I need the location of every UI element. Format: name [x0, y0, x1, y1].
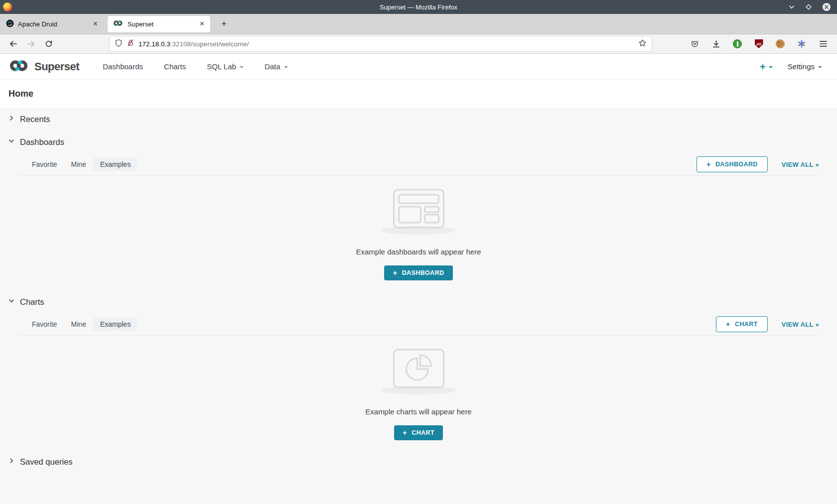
tab-mine[interactable]: Mine — [64, 158, 93, 171]
tab-close-icon[interactable]: × — [199, 20, 205, 28]
url-path: :32108/superset/welcome/ — [170, 40, 249, 48]
plus-icon: + — [403, 430, 407, 436]
window-title: Superset — Mozilla Firefox — [0, 3, 837, 11]
section-label: Recents — [20, 115, 50, 124]
section-label: Dashboards — [20, 137, 64, 147]
new-tab-button[interactable]: + — [217, 17, 231, 30]
section-saved-queries[interactable]: Saved queries — [0, 450, 837, 473]
druid-favicon-icon — [6, 19, 14, 29]
button-label: CHART — [735, 321, 758, 328]
button-label: DASHBOARD — [715, 161, 758, 168]
nav-item-data[interactable]: Data — [254, 62, 298, 71]
maximize-icon[interactable] — [805, 3, 812, 10]
plus-icon: + — [726, 321, 730, 327]
superset-brand[interactable]: Superset — [8, 59, 79, 74]
cookie-extension-icon[interactable] — [773, 37, 787, 51]
nav-item-dashboards[interactable]: Dashboards — [92, 62, 153, 71]
multi-account-containers-icon[interactable] — [795, 37, 809, 51]
pocket-icon[interactable] — [688, 37, 701, 51]
minimize-icon[interactable] — [788, 3, 795, 10]
browser-toolbar: 172.18.0.3:32108/superset/welcome/ uO — [0, 34, 837, 54]
view-all-dashboards-link[interactable]: VIEW ALL » — [782, 161, 819, 168]
page-title: Home — [8, 89, 829, 99]
tracking-protection-shield-icon[interactable] — [115, 39, 123, 49]
tab-label: Apache Druid — [18, 20, 88, 28]
section-recents[interactable]: Recents — [0, 108, 837, 130]
view-all-charts-link[interactable]: VIEW ALL » — [782, 321, 819, 328]
downloads-icon[interactable] — [709, 37, 723, 51]
charts-subheader: Favorite Mine Examples + CHART VIEW ALL … — [0, 313, 837, 335]
create-chart-button[interactable]: + CHART — [394, 425, 443, 440]
empty-chart-icon — [393, 349, 445, 390]
tab-favorite[interactable]: Favorite — [25, 158, 64, 171]
tab-examples[interactable]: Examples — [93, 318, 138, 331]
chevron-down-icon — [240, 66, 244, 68]
button-label: DASHBOARD — [402, 269, 444, 276]
nav-label: Charts — [164, 62, 186, 71]
tab-mine[interactable]: Mine — [64, 318, 93, 331]
tab-examples[interactable]: Examples — [93, 158, 138, 171]
tab-close-icon[interactable]: × — [92, 20, 99, 28]
charts-filter-tabs: Favorite Mine Examples — [25, 318, 138, 331]
chevron-down-icon — [7, 297, 15, 307]
welcome-page: Home Recents Dashboards Favorite Mine Ex… — [0, 80, 837, 473]
superset-logo-icon — [8, 59, 30, 74]
tab-label: Superset — [128, 20, 195, 28]
forward-icon[interactable] — [24, 37, 38, 51]
section-charts[interactable]: Charts — [0, 290, 837, 313]
nav-label: Dashboards — [103, 62, 143, 71]
page-header: Home — [0, 80, 837, 108]
section-dashboards[interactable]: Dashboards — [0, 130, 837, 153]
chevron-down-icon — [818, 66, 822, 68]
section-label: Charts — [20, 297, 44, 307]
plus-icon: + — [393, 270, 397, 276]
settings-menu-button[interactable]: Settings — [788, 62, 822, 71]
url-host: 172.18.0.3 — [139, 40, 170, 48]
superset-navbar: Superset Dashboards Charts SQL Lab Data … — [0, 54, 837, 80]
chevron-down-icon — [284, 66, 288, 68]
create-dashboard-button[interactable]: + DASHBOARD — [384, 265, 452, 280]
window-titlebar: Superset — Mozilla Firefox — [0, 0, 837, 14]
plus-icon: + — [760, 62, 766, 72]
empty-dashboard-icon — [393, 189, 445, 231]
brand-name: Superset — [34, 60, 79, 73]
extension-green-icon[interactable] — [730, 37, 744, 51]
close-window-icon[interactable] — [822, 2, 831, 11]
chevron-down-icon — [7, 137, 15, 147]
charts-empty-state: Example charts will appear here + CHART — [0, 336, 837, 450]
menu-hamburger-icon[interactable] — [816, 37, 830, 51]
tab-apache-druid[interactable]: Apache Druid × — [1, 16, 104, 32]
chevron-down-icon — [769, 66, 773, 68]
dashboards-subheader: Favorite Mine Examples + DASHBOARD VIEW … — [0, 153, 837, 175]
reload-icon[interactable] — [42, 37, 56, 51]
dashboards-filter-tabs: Favorite Mine Examples — [25, 158, 138, 171]
chevron-right-icon — [7, 114, 15, 124]
button-label: CHART — [412, 429, 434, 436]
chevron-right-icon — [7, 457, 15, 467]
tab-superset[interactable]: Superset × — [108, 16, 210, 32]
empty-state-text: Example dashboards will appear here — [356, 248, 481, 256]
url-text[interactable]: 172.18.0.3:32108/superset/welcome/ — [139, 40, 634, 48]
settings-label: Settings — [788, 62, 815, 71]
empty-state-text: Example charts will appear here — [365, 407, 471, 416]
url-bar[interactable]: 172.18.0.3:32108/superset/welcome/ — [110, 36, 652, 51]
plus-icon: + — [706, 161, 711, 167]
section-label: Saved queries — [20, 457, 73, 467]
bookmark-star-icon[interactable] — [638, 39, 647, 49]
new-dashboard-button[interactable]: + DASHBOARD — [697, 156, 768, 172]
tab-favorite[interactable]: Favorite — [25, 318, 64, 331]
new-chart-button[interactable]: + CHART — [716, 316, 768, 332]
new-menu-button[interactable]: + — [760, 62, 773, 72]
tab-strip: Apache Druid × Superset × + — [0, 14, 837, 34]
nav-item-charts[interactable]: Charts — [153, 62, 196, 71]
nav-label: Data — [265, 62, 280, 71]
nav-item-sql-lab[interactable]: SQL Lab — [196, 62, 254, 71]
ublock-origin-icon[interactable]: uO — [752, 37, 766, 51]
superset-favicon-icon — [113, 20, 124, 28]
insecure-lock-icon[interactable] — [127, 39, 135, 49]
dashboards-empty-state: Example dashboards will appear here + DA… — [0, 176, 837, 290]
back-icon[interactable] — [6, 37, 20, 51]
nav-label: SQL Lab — [207, 62, 236, 71]
